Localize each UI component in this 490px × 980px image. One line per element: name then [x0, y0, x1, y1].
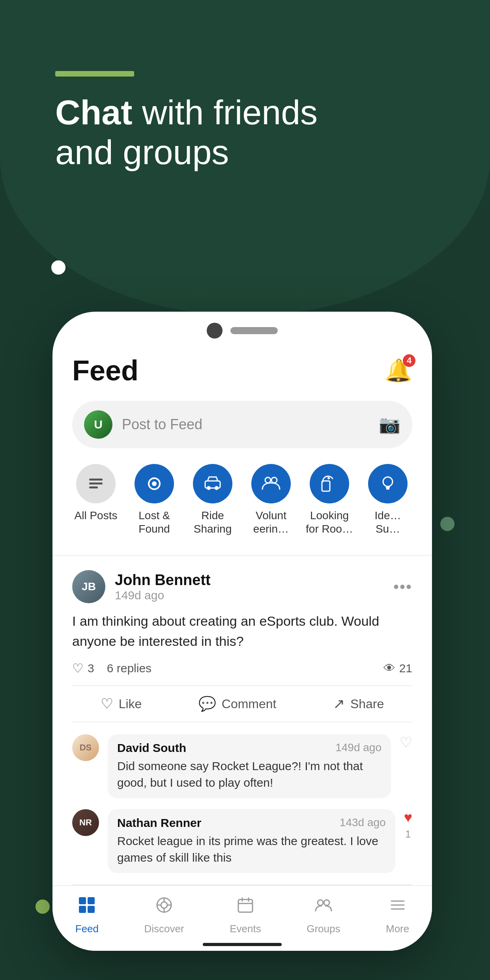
post-1-replies-count: 6 replies: [107, 662, 151, 675]
category-looking-roommate[interactable]: Lookingfor Roo…: [306, 464, 353, 535]
header-title-bold: Chat: [55, 93, 133, 132]
phone-speaker: [230, 327, 278, 334]
svg-rect-0: [89, 479, 103, 481]
svg-point-4: [152, 481, 157, 486]
phone-mockup: Feed 🔔 4 U Post to Feed 📷: [52, 312, 432, 951]
notification-bell[interactable]: 🔔 4: [385, 357, 412, 383]
share-label: Share: [350, 697, 384, 711]
nav-discover[interactable]: Discover: [144, 896, 184, 935]
svg-rect-16: [88, 897, 95, 904]
app-content: Feed 🔔 4 U Post to Feed 📷: [52, 342, 432, 951]
svg-point-29: [318, 900, 323, 905]
comment-2-avatar: NR: [72, 809, 99, 836]
comment-1-time: 149d ago: [335, 741, 382, 755]
svg-point-12: [383, 477, 393, 486]
like-icon: ♡: [101, 696, 113, 712]
comment-2-top: Nathan Renner 143d ago: [117, 816, 386, 830]
volunteering-label: Volunteerin…: [253, 509, 289, 535]
phone-camera: [207, 323, 223, 339]
comment-2-time: 143d ago: [340, 816, 386, 830]
ride-sharing-icon: [193, 464, 232, 503]
comment-2-text: Rocket league in its prime was the great…: [117, 833, 386, 866]
looking-roommate-label: Lookingfor Roo…: [306, 509, 353, 535]
feed-nav-label: Feed: [75, 923, 99, 935]
nav-events[interactable]: Events: [230, 896, 261, 935]
svg-rect-15: [79, 897, 86, 904]
category-ride-sharing[interactable]: RideSharing: [189, 464, 236, 535]
comment-2: NR Nathan Renner 143d ago Rocket league …: [72, 809, 412, 873]
lost-found-icon: [135, 464, 174, 503]
post-1-user-meta: John Bennett 149d ago: [115, 572, 211, 602]
comment-1-like-btn[interactable]: ♡: [400, 734, 412, 751]
app-title: Feed: [72, 354, 138, 387]
svg-point-30: [324, 900, 329, 905]
groups-nav-icon: [314, 896, 333, 919]
eye-icon: 👁: [383, 662, 395, 675]
divider-1: [52, 555, 432, 556]
post-1-likes-stat: ♡ 3: [72, 661, 94, 676]
nav-groups[interactable]: Groups: [307, 896, 340, 935]
comment-1: DS David South 149d ago Did someone say …: [72, 734, 412, 798]
ideas-icon: [368, 464, 408, 503]
camera-icon[interactable]: 📷: [379, 414, 400, 435]
post-placeholder[interactable]: Post to Feed: [122, 416, 379, 433]
post-1-actions: ♡ Like 💬 Comment ↗ Share: [72, 685, 412, 722]
home-indicator: [203, 943, 282, 946]
feed-nav-icon: [77, 896, 96, 919]
nav-more[interactable]: More: [386, 896, 409, 935]
svg-point-8: [265, 477, 271, 483]
discover-nav-icon: [155, 896, 174, 919]
accent-bar: [55, 71, 134, 77]
svg-point-6: [207, 486, 211, 490]
ride-sharing-label: RideSharing: [194, 509, 232, 535]
app-header: Feed 🔔 4: [72, 354, 412, 387]
post-1-time: 149d ago: [115, 589, 211, 602]
john-avatar-img: JB: [72, 570, 105, 603]
header-title: Chat with friendsand groups: [55, 92, 318, 172]
post-card-1: JB John Bennett 149d ago ••• I am thinki…: [72, 570, 412, 873]
svg-point-7: [215, 486, 219, 490]
share-button[interactable]: ↗ Share: [333, 696, 384, 712]
svg-rect-13: [386, 486, 390, 488]
svg-rect-14: [386, 488, 389, 490]
category-all-posts[interactable]: All Posts: [72, 464, 120, 535]
comment-2-bubble: Nathan Renner 143d ago Rocket league in …: [108, 809, 395, 873]
post-1-replies-stat: 6 replies: [107, 662, 151, 675]
post-1-header: JB John Bennett 149d ago •••: [72, 570, 412, 603]
comment-2-like-count: 1: [405, 828, 411, 840]
post-1-stats: ♡ 3 6 replies 👁 21: [72, 661, 412, 676]
phone-top-bar: [52, 312, 432, 342]
comment-button[interactable]: 💬 Comment: [198, 696, 277, 712]
nav-feed[interactable]: Feed: [75, 896, 99, 935]
comment-2-like-btn[interactable]: ♥: [404, 809, 412, 826]
all-posts-icon: [76, 464, 116, 503]
current-user-avatar: U: [84, 410, 112, 439]
svg-rect-2: [89, 486, 98, 488]
lost-found-label: Lost &Found: [138, 509, 170, 535]
post-input-row[interactable]: U Post to Feed 📷: [72, 401, 412, 448]
categories-row: All Posts Lost &Found: [72, 464, 412, 539]
category-lost-found[interactable]: Lost &Found: [131, 464, 178, 535]
more-nav-icon: [388, 896, 407, 919]
svg-rect-1: [89, 483, 103, 484]
like-button[interactable]: ♡ Like: [101, 696, 142, 712]
volunteering-icon: [251, 464, 291, 503]
category-ideas[interactable]: Ide…Su…: [364, 464, 411, 535]
post-1-user-info: JB John Bennett 149d ago: [72, 570, 211, 603]
bottom-navigation: Feed Discover: [52, 885, 432, 951]
comment-1-avatar: DS: [72, 734, 99, 761]
comment-label: Comment: [222, 697, 277, 711]
comment-icon: 💬: [198, 696, 216, 712]
post-1-more-menu[interactable]: •••: [393, 578, 412, 596]
dot-top-left: [51, 260, 65, 275]
post-1-user-name: John Bennett: [115, 572, 211, 589]
header-section: Chat with friendsand groups: [55, 71, 318, 172]
svg-point-9: [271, 477, 277, 483]
comment-1-top: David South 149d ago: [117, 741, 382, 755]
share-icon: ↗: [333, 696, 345, 712]
dot-mid-right: [440, 517, 454, 531]
svg-rect-10: [322, 481, 330, 491]
nathan-avatar: NR: [72, 809, 99, 836]
category-volunteering[interactable]: Volunteerin…: [247, 464, 295, 535]
svg-rect-25: [238, 900, 252, 912]
